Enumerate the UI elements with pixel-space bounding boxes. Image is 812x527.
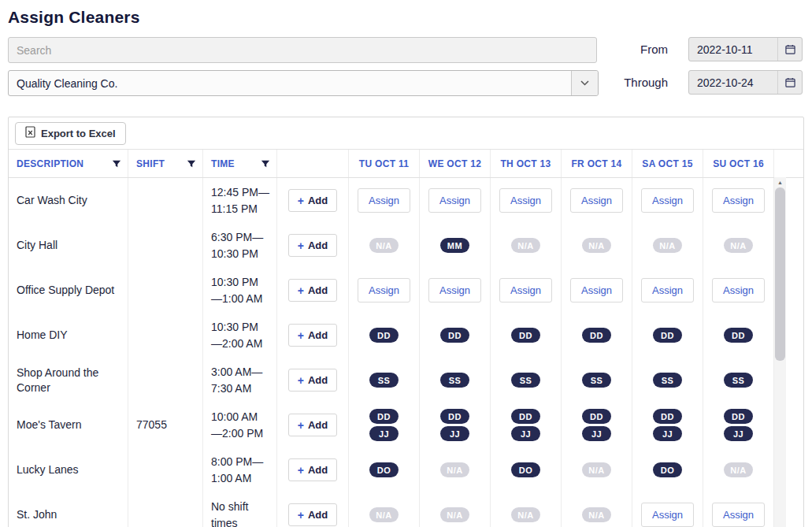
add-button[interactable]: +Add — [288, 189, 337, 212]
calendar-icon[interactable] — [777, 71, 802, 94]
cleaner-pill[interactable]: DD — [369, 328, 399, 343]
assign-button[interactable]: Assign — [712, 188, 765, 213]
pill-stack: MM — [440, 238, 469, 253]
assign-button[interactable]: Assign — [358, 188, 410, 213]
cleaner-pill[interactable]: DD — [440, 409, 469, 424]
assign-button[interactable]: Assign — [641, 188, 694, 213]
pill-stack: DO — [511, 462, 540, 477]
cleaner-pill[interactable]: DO — [653, 462, 682, 477]
cleaner-pill[interactable]: DD — [653, 409, 682, 424]
filter-icon[interactable] — [261, 159, 270, 169]
plus-icon: + — [298, 510, 304, 521]
description-cell: St. John — [9, 492, 128, 527]
schedule-grid-panel: Export to Excel DESCRIPTION SHIFT TIME — [8, 117, 804, 527]
column-header-shift[interactable]: SHIFT — [128, 150, 203, 177]
cleaner-pill[interactable]: DD — [724, 409, 753, 424]
search-input[interactable] — [8, 37, 597, 63]
shift-cell: 77055 — [128, 403, 203, 447]
export-to-excel-button[interactable]: Export to Excel — [15, 122, 126, 145]
chevron-down-icon[interactable] — [571, 71, 598, 95]
from-date-input[interactable]: 2022-10-11 — [688, 37, 803, 61]
from-label: From — [606, 43, 668, 56]
cleaner-pill[interactable]: SS — [511, 373, 540, 388]
cleaner-pill[interactable]: DD — [369, 409, 399, 424]
na-badge: N/A — [724, 462, 753, 477]
cleaner-pill[interactable]: MM — [440, 238, 469, 253]
assign-button[interactable]: Assign — [570, 278, 623, 302]
pill-stack: SS — [724, 373, 753, 388]
assign-button[interactable]: Assign — [358, 278, 410, 302]
cleaner-pill[interactable]: SS — [582, 373, 611, 388]
scrollbar-thumb[interactable] — [775, 187, 785, 361]
cleaner-pill[interactable]: DD — [582, 409, 611, 424]
assign-button[interactable]: Assign — [428, 278, 481, 302]
pill-stack: DD — [440, 328, 469, 343]
cleaner-pill[interactable]: JJ — [582, 426, 611, 441]
cleaner-pill[interactable]: DD — [511, 328, 540, 343]
table-row: Moe's Tavern7705510:00 AM—2:00 PM+AddDDJ… — [9, 403, 803, 447]
day-cell: DD — [632, 313, 703, 358]
shift-cell — [128, 313, 203, 358]
assign-button[interactable]: Assign — [428, 188, 481, 213]
assign-button[interactable]: Assign — [712, 278, 765, 302]
na-badge: N/A — [369, 238, 399, 253]
column-header-day-6: SU OCT 16 — [703, 150, 774, 177]
pill-stack: DD — [653, 328, 682, 343]
cleaner-pill[interactable]: SS — [724, 373, 753, 388]
description-cell: Shop Around the Corner — [9, 358, 128, 403]
column-header-description[interactable]: DESCRIPTION — [9, 150, 128, 177]
add-cell: +Add — [277, 447, 349, 492]
scroll-up-icon[interactable]: ▲ — [774, 177, 786, 187]
cleaner-pill[interactable]: JJ — [511, 426, 540, 441]
pill-stack: DD — [511, 328, 540, 343]
calendar-icon[interactable] — [777, 38, 802, 61]
assign-button[interactable]: Assign — [712, 503, 765, 527]
assign-button[interactable]: Assign — [499, 278, 552, 302]
cleaner-pill[interactable]: DO — [369, 462, 399, 477]
add-cell: +Add — [277, 492, 349, 527]
cleaner-pill[interactable]: DD — [582, 328, 611, 343]
assign-button[interactable]: Assign — [641, 503, 694, 527]
add-button[interactable]: +Add — [288, 414, 337, 436]
add-button[interactable]: +Add — [288, 458, 337, 481]
day-cell: DD — [420, 313, 491, 358]
add-button[interactable]: +Add — [288, 503, 337, 526]
plus-icon: + — [298, 285, 304, 296]
cleaner-pill[interactable]: SS — [440, 373, 469, 388]
day-cell: DD — [703, 313, 774, 358]
pill-stack: DDJJ — [369, 409, 399, 441]
cleaner-pill[interactable]: SS — [653, 373, 682, 388]
time-cell: 6:30 PM—10:30 PM — [203, 223, 277, 268]
cleaner-pill[interactable]: JJ — [724, 426, 753, 441]
filter-icon[interactable] — [112, 159, 121, 169]
vertical-scrollbar[interactable]: ▲ — [774, 177, 786, 527]
column-header-day-5: SA OCT 15 — [632, 150, 703, 177]
add-button[interactable]: +Add — [288, 279, 337, 302]
cleaner-pill[interactable]: SS — [369, 373, 399, 388]
assign-button[interactable]: Assign — [499, 188, 552, 213]
plus-icon: + — [298, 195, 304, 206]
assign-button[interactable]: Assign — [641, 278, 694, 302]
company-select[interactable]: Quality Cleaning Co. — [8, 70, 599, 96]
add-button[interactable]: +Add — [288, 234, 337, 257]
cleaner-pill[interactable]: DO — [511, 462, 540, 477]
filter-icon[interactable] — [187, 159, 196, 169]
table-row: St. JohnNo shifttimes+AddN/AN/AN/AN/AAss… — [9, 492, 803, 527]
add-button[interactable]: +Add — [288, 324, 337, 347]
add-button[interactable]: +Add — [288, 369, 337, 392]
column-header-time[interactable]: TIME — [203, 150, 277, 177]
cleaner-pill[interactable]: JJ — [369, 426, 399, 441]
cleaner-pill[interactable]: DD — [511, 409, 540, 424]
assign-button[interactable]: Assign — [570, 188, 623, 213]
day-cell: N/A — [349, 492, 420, 527]
add-button-label: Add — [308, 509, 328, 521]
cleaner-pill[interactable]: DD — [724, 328, 753, 343]
through-date-input[interactable]: 2022-10-24 — [688, 70, 803, 95]
cleaner-pill[interactable]: JJ — [440, 426, 469, 441]
cleaner-pill[interactable]: JJ — [653, 426, 682, 441]
cleaner-pill[interactable]: DD — [653, 328, 682, 343]
day-cell: Assign — [491, 178, 562, 223]
cleaner-pill[interactable]: DD — [440, 328, 469, 343]
day-cell: Assign — [632, 492, 703, 527]
day-cell: N/A — [420, 447, 491, 492]
